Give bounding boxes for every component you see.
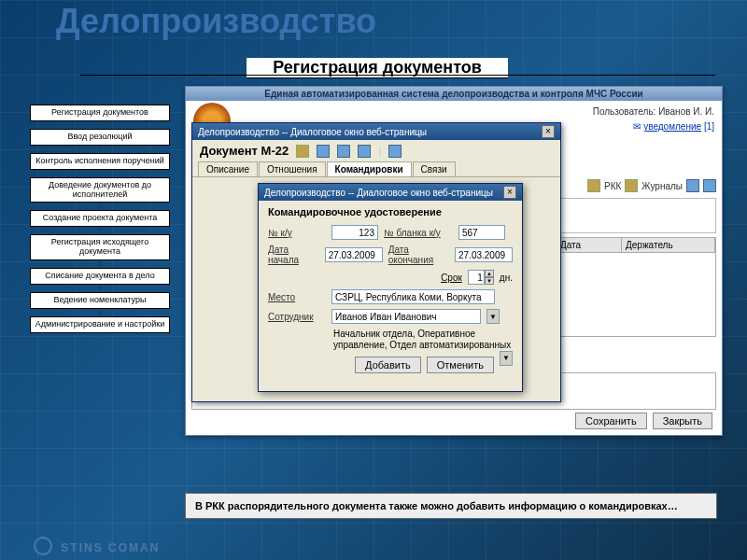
- trip-dialog-titlebar[interactable]: Делопроизводство -- Диалоговое окно веб-…: [259, 184, 522, 201]
- dialog-title-text: Делопроизводство -- Диалоговое окно веб-…: [198, 127, 427, 137]
- trip-dialog-title-text: Делопроизводство -- Диалоговое окно веб-…: [264, 188, 493, 198]
- tab-trips[interactable]: Командировки: [327, 161, 412, 176]
- notif-count: [1]: [704, 121, 714, 132]
- srok-input[interactable]: [468, 270, 485, 285]
- trip-heading: Командировочное удостоверение: [268, 206, 513, 217]
- tab-links[interactable]: Связи: [413, 161, 456, 176]
- save-button[interactable]: Сохранить: [575, 413, 647, 429]
- flow-step: Регистрация исходящего документа: [30, 234, 170, 260]
- dialog-titlebar[interactable]: Делопроизводство -- Диалоговое окно веб-…: [192, 123, 560, 140]
- numku-input[interactable]: [331, 225, 378, 240]
- notification-link[interactable]: ✉ уведомление [1]: [633, 121, 714, 132]
- srok-unit: дн.: [500, 273, 513, 283]
- app-header: Единая автоматизированная система делопр…: [186, 87, 722, 101]
- date-end-label: Дата окончания: [388, 245, 449, 265]
- srok-label: Срок: [441, 273, 462, 283]
- rkk-link[interactable]: РКК: [604, 181, 621, 191]
- close-icon[interactable]: ×: [542, 125, 555, 138]
- user-value: Иванов И. И.: [658, 106, 714, 117]
- doc-tool-icon[interactable]: [337, 145, 350, 158]
- doc-tool-icon[interactable]: [358, 145, 371, 158]
- close-button[interactable]: Закрыть: [653, 413, 712, 429]
- tool-icon[interactable]: [686, 179, 699, 192]
- date-start-label: Дата начала: [268, 245, 319, 265]
- dropdown-icon[interactable]: ▼: [486, 309, 500, 324]
- spin-up-icon[interactable]: ▲: [485, 270, 494, 277]
- notif-text: уведомление: [643, 121, 701, 132]
- journals-link[interactable]: Журналы: [641, 181, 683, 191]
- doc-tool-icon[interactable]: [388, 145, 402, 158]
- place-label: Место: [268, 292, 326, 302]
- flow-step: Контроль исполнения поручений: [30, 153, 170, 170]
- add-button[interactable]: Добавить: [355, 357, 421, 373]
- brand-text: STINS COMAN: [61, 541, 160, 554]
- tool-icon[interactable]: [703, 179, 716, 192]
- document-title: Документ М-22: [200, 144, 289, 158]
- blank-label: № бланка к/у: [384, 228, 453, 238]
- place-input[interactable]: [331, 289, 495, 304]
- app-window: Единая автоматизированная система делопр…: [185, 86, 723, 436]
- dropdown-icon[interactable]: ▼: [500, 351, 513, 366]
- tab-bar: Описание Отношения Командировки Связи: [192, 161, 560, 177]
- flow-step: Администрирование и настройки: [30, 316, 170, 333]
- brand-icon: [34, 537, 52, 555]
- blank-input[interactable]: [458, 225, 505, 240]
- cancel-button[interactable]: Отменить: [427, 357, 494, 373]
- close-icon[interactable]: ×: [503, 186, 516, 199]
- flow-chart: Регистрация документов ▼ Ввод резолюций …: [30, 105, 170, 333]
- doc-tool-icon[interactable]: [296, 145, 309, 158]
- employee-input[interactable]: [331, 309, 481, 324]
- journals-icon[interactable]: [625, 179, 638, 192]
- trip-dialog: Делопроизводство -- Диалоговое окно веб-…: [258, 183, 523, 392]
- user-label: Пользователь:: [593, 106, 656, 117]
- tab-relations[interactable]: Отношения: [259, 161, 326, 176]
- srok-stepper[interactable]: ▲▼: [468, 270, 494, 285]
- col-date[interactable]: Дата: [557, 238, 622, 252]
- date-end-input[interactable]: [455, 247, 513, 262]
- employee-label: Сотрудник: [268, 312, 326, 322]
- department-text: Начальник отдела, Оперативное управление…: [333, 329, 513, 351]
- slide-title: Делопроизводство: [56, 2, 376, 41]
- tab-description[interactable]: Описание: [198, 161, 258, 176]
- slide-caption: В РКК распорядительного документа также …: [185, 493, 717, 519]
- subtitle-underline: [80, 75, 715, 76]
- numku-label: № к/у: [268, 228, 326, 238]
- spin-down-icon[interactable]: ▼: [485, 277, 494, 285]
- doc-tool-icon[interactable]: [317, 145, 330, 158]
- col-holder[interactable]: Держатель: [622, 238, 715, 252]
- user-info: Пользователь: Иванов И. И.: [593, 106, 714, 117]
- date-start-input[interactable]: [325, 247, 383, 262]
- brand-logo: STINS COMAN: [34, 533, 160, 554]
- flow-step: Доведение документов до исполнителей: [30, 177, 170, 203]
- document-dialog: Делопроизводство -- Диалоговое окно веб-…: [191, 122, 561, 402]
- rkk-icon[interactable]: [587, 179, 600, 192]
